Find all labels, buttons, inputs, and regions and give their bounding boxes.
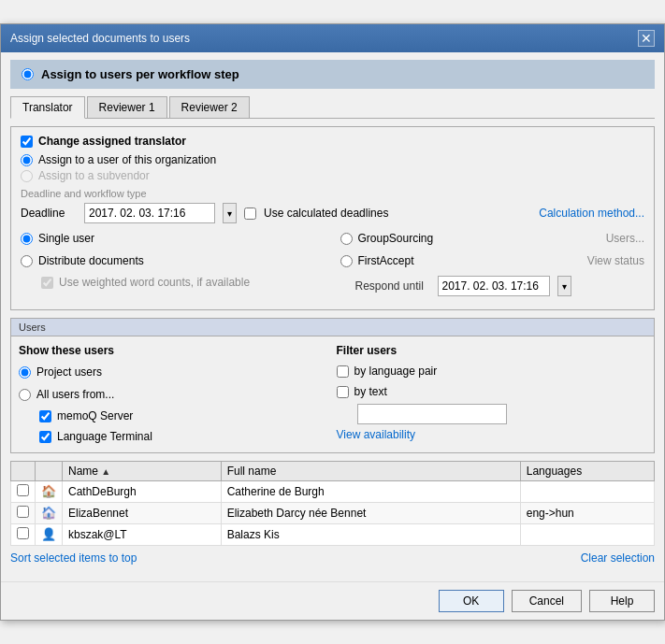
col-languages-header: Languages (520, 462, 654, 481)
row1-languages-cell (520, 481, 654, 503)
all-users-row: All users from... (19, 388, 329, 401)
change-translator-checkbox[interactable] (21, 136, 33, 148)
distribute-radio[interactable] (21, 255, 33, 267)
row2-languages-cell: eng->hun (520, 503, 654, 524)
dialog-buttons: OK Cancel Help (1, 581, 664, 620)
single-user-radio[interactable] (21, 233, 33, 245)
row3-checkbox[interactable] (17, 527, 29, 539)
language-terminal-checkbox[interactable] (39, 431, 51, 443)
deadline-row: Deadline ▾ Use calculated deadlines Calc… (21, 203, 644, 223)
users-section-header: Users (11, 319, 654, 336)
dialog-title: Assign selected documents to users (10, 32, 190, 45)
group-sourcing-row: GroupSourcing Users... (340, 229, 645, 248)
row3-icon (41, 527, 56, 542)
view-availability-link[interactable]: View availability (337, 428, 647, 441)
workflow-label: Assign to users per workflow step (41, 67, 239, 81)
distribute-label: Distribute documents (38, 254, 144, 267)
row2-fullname-cell: Elizabeth Darcy née Bennet (221, 503, 520, 524)
first-accept-label: FirstAccept (358, 254, 414, 267)
calculation-method-link[interactable]: Calculation method... (539, 207, 644, 220)
use-calculated-checkbox[interactable] (244, 208, 256, 220)
deadline-label: Deadline (21, 207, 77, 220)
assign-subvendor-radio[interactable] (21, 170, 33, 182)
first-accept-radio-row: FirstAccept (340, 254, 414, 267)
translator-panel: Change assigned translator Assign to a u… (10, 126, 655, 310)
row1-icon (41, 484, 56, 499)
row2-checkbox[interactable] (17, 506, 29, 518)
tab-translator[interactable]: Translator (10, 96, 85, 119)
tab-reviewer1[interactable]: Reviewer 1 (87, 96, 167, 118)
left-options: Single user Distribute documents Use wei… (21, 229, 325, 296)
by-language-row: by language pair (337, 365, 647, 378)
row2-icon (41, 506, 56, 521)
row1-name-cell: CathDeBurgh (63, 481, 222, 503)
filter-title: Filter users (337, 344, 647, 357)
single-user-row: Single user (21, 232, 325, 245)
first-accept-radio[interactable] (340, 255, 353, 267)
assign-dialog: Assign selected documents to users ✕ Ass… (0, 23, 665, 621)
clear-selection-link[interactable]: Clear selection (581, 551, 655, 565)
filter-text-input[interactable] (357, 404, 507, 424)
group-sourcing-radio[interactable] (340, 233, 353, 245)
show-users-title: Show these users (19, 344, 329, 357)
distribute-row: Distribute documents (21, 254, 325, 267)
cancel-button[interactable]: Cancel (512, 590, 582, 612)
assign-org-radio[interactable] (21, 154, 33, 166)
respond-until-row: Respond until ▾ (355, 276, 645, 296)
tabs-container: Translator Reviewer 1 Reviewer 2 (10, 96, 655, 119)
memoq-server-checkbox[interactable] (39, 410, 51, 422)
deadline-dropdown-btn[interactable]: ▾ (223, 203, 237, 223)
deadline-input[interactable] (84, 203, 215, 223)
by-text-checkbox[interactable] (337, 386, 349, 398)
project-users-row: Project users (19, 365, 329, 379)
close-button[interactable]: ✕ (638, 30, 655, 47)
respond-dropdown-btn[interactable]: ▾ (557, 276, 571, 296)
project-users-radio[interactable] (19, 366, 31, 379)
single-user-label: Single user (38, 232, 94, 245)
view-status-link[interactable]: View status (587, 254, 644, 267)
users-body: Show these users Project users All users… (11, 336, 654, 452)
memoq-server-label: memoQ Server (57, 409, 133, 422)
assign-subvendor-row: Assign to a subvendor (21, 169, 644, 182)
row3-fullname-cell: Balazs Kis (221, 524, 520, 546)
col-checkbox-header (11, 462, 36, 481)
row1-icon-cell (36, 481, 63, 503)
respond-until-input[interactable] (438, 276, 550, 296)
dialog-body: Assign to users per workflow step Transl… (1, 52, 664, 581)
project-users-label: Project users (36, 365, 102, 379)
table-row: CathDeBurgh Catherine de Burgh (11, 481, 655, 503)
help-button[interactable]: Help (589, 590, 655, 612)
main-options: Single user Distribute documents Use wei… (21, 229, 644, 296)
all-users-label: All users from... (36, 388, 114, 401)
change-translator-label: Change assigned translator (38, 135, 186, 148)
weighted-checkbox[interactable] (41, 277, 53, 289)
bottom-actions: Sort selected items to top Clear selecti… (10, 550, 655, 566)
user-table: Name ▲ Full name Languages CathDeBurgh C… (10, 461, 655, 546)
sort-selected-link[interactable]: Sort selected items to top (10, 551, 137, 565)
filter-panel: Filter users by language pair by text Vi… (337, 344, 647, 445)
row3-name-cell: kbszak@LT (63, 524, 222, 546)
deadline-section-label: Deadline and workflow type (21, 188, 644, 199)
row2-icon-cell (36, 503, 63, 524)
show-users-panel: Show these users Project users All users… (19, 344, 329, 445)
weighted-label: Use weighted word counts, if available (59, 276, 250, 289)
name-sort-arrow: ▲ (101, 466, 110, 477)
col-icon-header (36, 462, 63, 481)
memoq-server-row: memoQ Server (39, 409, 329, 422)
row3-languages-cell (520, 524, 654, 546)
row1-checkbox[interactable] (17, 484, 29, 496)
table-row: ElizaBennet Elizabeth Darcy née Bennet e… (11, 503, 655, 524)
all-users-radio[interactable] (19, 389, 31, 401)
users-link[interactable]: Users... (606, 232, 644, 245)
title-bar: Assign selected documents to users ✕ (1, 24, 664, 52)
col-fullname-header: Full name (221, 462, 520, 481)
by-text-row: by text (337, 385, 647, 398)
by-language-checkbox[interactable] (337, 365, 349, 378)
tab-reviewer2[interactable]: Reviewer 2 (169, 96, 250, 118)
ok-button[interactable]: OK (439, 590, 504, 612)
right-options: GroupSourcing Users... FirstAccept View … (340, 229, 645, 296)
row1-checkbox-cell (11, 481, 36, 503)
col-name-header: Name ▲ (63, 462, 222, 481)
workflow-radio[interactable] (22, 68, 34, 80)
language-terminal-row: Language Terminal (39, 430, 329, 443)
